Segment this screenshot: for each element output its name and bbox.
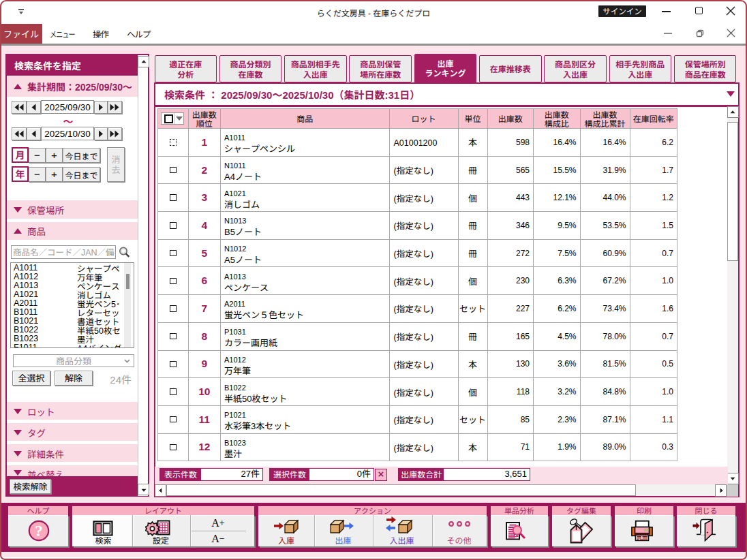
svg-text:?: ? xyxy=(35,523,43,540)
